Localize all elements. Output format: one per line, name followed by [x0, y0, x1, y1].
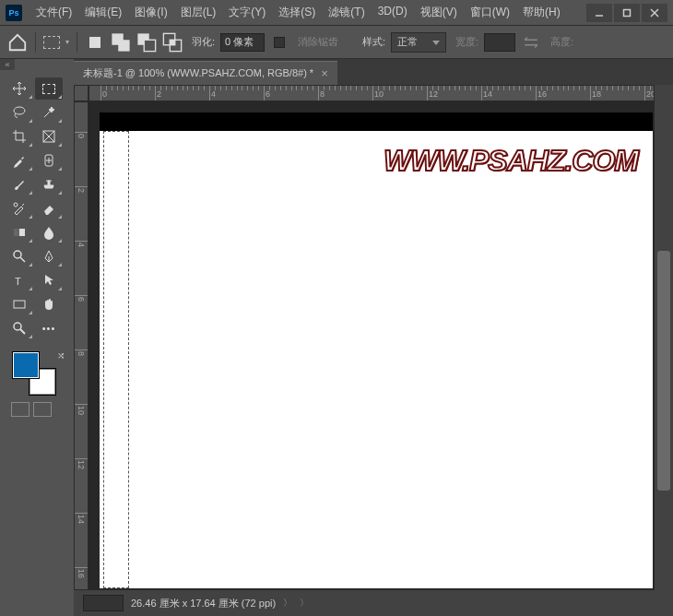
maximize-button[interactable]: [614, 4, 640, 22]
ruler-vertical[interactable]: 0246810121416: [74, 101, 89, 590]
magic-wand-tool[interactable]: [35, 101, 63, 124]
standard-mode-icon[interactable]: [11, 402, 30, 417]
svg-text:T: T: [15, 276, 21, 287]
eyedropper-tool[interactable]: [6, 149, 33, 172]
style-select[interactable]: 正常: [391, 32, 446, 53]
new-selection-icon[interactable]: [85, 32, 105, 53]
ruler-horizontal[interactable]: 02468101214161820: [89, 85, 655, 101]
swap-wh-icon[interactable]: [521, 32, 541, 53]
svg-line-20: [20, 257, 25, 262]
marquee-tool[interactable]: [35, 77, 63, 100]
svg-rect-1: [624, 9, 631, 16]
svg-rect-7: [144, 40, 155, 51]
dodge-tool[interactable]: [6, 245, 33, 267]
crop-tool[interactable]: [6, 125, 33, 148]
menu-帮助[interactable]: 帮助(H): [516, 1, 567, 24]
feather-input[interactable]: [220, 33, 265, 52]
window-controls: [586, 4, 667, 22]
hand-tool[interactable]: [35, 293, 63, 315]
lasso-tool[interactable]: [6, 101, 33, 124]
scrollbar-thumb[interactable]: [657, 251, 670, 491]
menu-图层[interactable]: 图层(L): [174, 1, 223, 24]
svg-point-16: [14, 203, 18, 207]
svg-point-19: [14, 251, 21, 258]
marquee-selection[interactable]: [103, 131, 129, 588]
options-bar: ▾ 羽化: 消除锯齿 样式: 正常 宽度: 高度:: [0, 26, 673, 59]
antialias-checkbox: [274, 37, 285, 48]
brush-tool[interactable]: [6, 173, 33, 195]
menu-视图[interactable]: 视图(V): [414, 1, 464, 24]
menu-文件[interactable]: 文件(F): [30, 1, 78, 24]
foreground-color[interactable]: [13, 352, 39, 378]
zoom-field[interactable]: [83, 595, 124, 611]
app-logo: Ps: [6, 5, 22, 21]
scrollbar-vertical[interactable]: [655, 85, 673, 590]
pen-tool[interactable]: [35, 245, 63, 267]
type-tool[interactable]: T: [6, 269, 33, 291]
minimize-button[interactable]: [586, 4, 612, 22]
artboard: WWW.PSAHZ.COM: [100, 113, 653, 588]
path-selection-tool[interactable]: [35, 269, 63, 291]
toolbox: T ••• ⤭: [4, 74, 65, 421]
clone-stamp-tool[interactable]: [35, 173, 63, 195]
watermark-text: WWW.PSAHZ.COM: [384, 144, 638, 178]
document-tab[interactable]: 未标题-1 @ 100% (WWW.PSAHZ.COM, RGB/8#) * ×: [74, 61, 337, 85]
width-label: 宽度:: [455, 35, 478, 49]
menu-文字[interactable]: 文字(Y): [222, 1, 272, 24]
svg-point-23: [14, 323, 21, 330]
quickmask-mode-icon[interactable]: [33, 402, 52, 417]
canvas[interactable]: WWW.PSAHZ.COM: [100, 131, 653, 588]
gradient-tool[interactable]: [6, 221, 33, 243]
svg-rect-10: [170, 40, 175, 45]
close-tab-icon[interactable]: ×: [321, 66, 328, 80]
frame-tool[interactable]: [35, 125, 63, 148]
status-dimensions: 26.46 厘米 x 17.64 厘米 (72 ppi): [131, 597, 276, 610]
swap-colors-icon[interactable]: ⤭: [57, 350, 65, 361]
svg-rect-22: [14, 301, 25, 308]
svg-rect-5: [118, 40, 129, 51]
close-button[interactable]: [642, 4, 667, 22]
status-bar: 26.46 厘米 x 17.64 厘米 (72 ppi) 〉 〉: [74, 590, 673, 616]
antialias-label: 消除锯齿: [298, 35, 338, 49]
document-tab-title: 未标题-1 @ 100% (WWW.PSAHZ.COM, RGB/8#) *: [83, 66, 313, 80]
blur-tool[interactable]: [35, 221, 63, 243]
edit-toolbar-icon[interactable]: •••: [35, 317, 63, 339]
menu-编辑[interactable]: 编辑(E): [78, 1, 128, 24]
add-selection-icon[interactable]: [111, 32, 131, 53]
menu-bar: Ps 文件(F)编辑(E)图像(I)图层(L)文字(Y)选择(S)滤镜(T)3D…: [0, 0, 673, 26]
menu-host: 文件(F)编辑(E)图像(I)图层(L)文字(Y)选择(S)滤镜(T)3D(D)…: [30, 1, 567, 24]
status-chevron-icon[interactable]: 〉: [283, 597, 292, 610]
move-tool[interactable]: [6, 77, 33, 100]
zoom-tool[interactable]: [6, 317, 33, 339]
document-tabs: 未标题-1 @ 100% (WWW.PSAHZ.COM, RGB/8#) * ×: [74, 59, 673, 85]
history-brush-tool[interactable]: [6, 197, 33, 219]
width-input: [484, 33, 515, 52]
feather-label: 羽化:: [192, 35, 215, 49]
menu-选择[interactable]: 选择(S): [272, 1, 322, 24]
color-swatches: ⤭: [13, 352, 59, 393]
rectangle-tool[interactable]: [6, 293, 33, 315]
subtract-selection-icon[interactable]: [136, 32, 157, 53]
collapse-panels-icon[interactable]: «: [0, 59, 15, 70]
menu-滤镜[interactable]: 滤镜(T): [322, 1, 371, 24]
svg-line-24: [20, 329, 25, 334]
canvas-area[interactable]: WWW.PSAHZ.COM: [89, 101, 655, 590]
healing-brush-tool[interactable]: [35, 149, 63, 172]
svg-rect-18: [14, 229, 19, 236]
status-chevron-icon[interactable]: 〉: [300, 597, 309, 610]
menu-图像[interactable]: 图像(I): [128, 1, 173, 24]
home-icon[interactable]: [7, 32, 28, 53]
eraser-tool[interactable]: [35, 197, 63, 219]
tool-preset-marquee-icon[interactable]: [43, 36, 60, 49]
ruler-origin[interactable]: [74, 85, 89, 101]
style-label: 样式:: [362, 35, 385, 49]
intersect-selection-icon[interactable]: [162, 32, 183, 53]
height-label: 高度:: [550, 35, 573, 49]
menu-3d[interactable]: 3D(D): [372, 1, 414, 24]
menu-窗口[interactable]: 窗口(W): [464, 1, 516, 24]
